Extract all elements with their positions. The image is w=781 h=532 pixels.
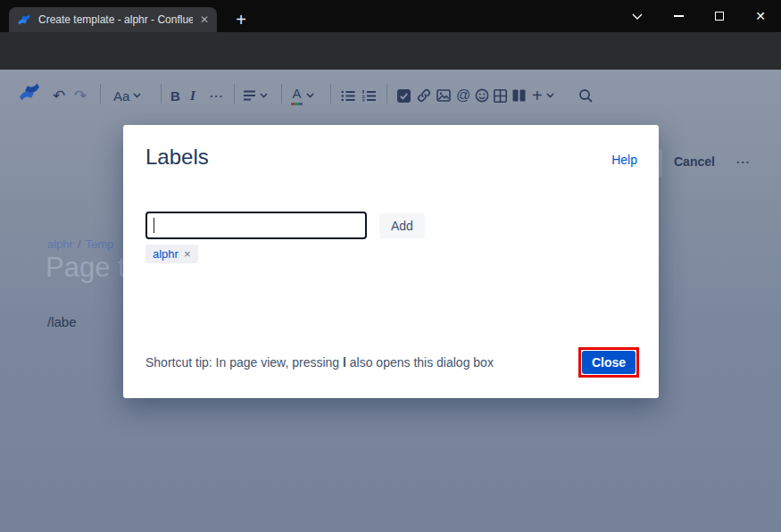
toolbar-divider xyxy=(161,84,162,104)
text-color-dropdown[interactable]: A xyxy=(291,85,314,106)
shortcut-tip: Shortcut tip: In page view, pressing l a… xyxy=(145,355,494,370)
numbered-list-icon[interactable] xyxy=(361,85,376,106)
label-chip-text[interactable]: alphr xyxy=(153,247,179,261)
breadcrumb-templates-link[interactable]: Temp xyxy=(86,237,114,251)
tab-strip: Create template - alphr - Conflue ✕ + ✕ xyxy=(0,0,781,32)
search-icon[interactable] xyxy=(578,85,594,106)
confluence-logo-icon[interactable] xyxy=(18,81,41,103)
page-title-placeholder[interactable]: Page ti xyxy=(46,252,132,284)
toolbar-divider xyxy=(386,84,387,104)
toolbar-divider xyxy=(281,84,282,104)
dialog-title: Labels xyxy=(145,145,209,170)
tab-close-icon[interactable]: ✕ xyxy=(200,14,209,25)
task-checkbox-icon[interactable] xyxy=(397,85,411,106)
close-button-highlight: Close xyxy=(578,347,639,378)
editor-body-text[interactable]: /labe xyxy=(47,314,77,329)
chevron-down-icon xyxy=(133,93,141,98)
bold-button[interactable]: B xyxy=(170,85,180,106)
bullet-list-icon[interactable] xyxy=(341,85,355,106)
italic-button[interactable]: I xyxy=(190,85,195,106)
tab-title: Create template - alphr - Conflue xyxy=(38,13,193,26)
window-minimize-button[interactable] xyxy=(663,0,694,32)
address-bar: ← → ↻ .atlassian.net /wiki/spaces/ALPHR/… xyxy=(0,32,781,70)
breadcrumb-space-link[interactable]: alphr xyxy=(47,237,73,251)
emoji-icon[interactable] xyxy=(475,85,489,106)
undo-icon[interactable]: ↶ xyxy=(53,85,65,106)
label-chip: alphr × xyxy=(145,245,198,263)
label-input[interactable] xyxy=(145,212,367,239)
mention-icon[interactable]: @ xyxy=(456,85,470,106)
add-label-button[interactable]: Add xyxy=(379,213,425,238)
browser-window: Create template - alphr - Conflue ✕ + ✕ … xyxy=(0,0,781,532)
window-close-button[interactable]: ✕ xyxy=(745,0,776,32)
toolbar-divider xyxy=(234,84,235,104)
window-chevron-icon[interactable] xyxy=(622,0,652,32)
window-maximize-button[interactable] xyxy=(704,0,735,32)
text-cursor xyxy=(154,218,154,233)
link-icon[interactable] xyxy=(417,85,431,106)
chevron-down-icon xyxy=(546,93,554,98)
breadcrumb-separator: / xyxy=(78,237,81,251)
table-icon[interactable] xyxy=(494,85,507,106)
more-actions-icon[interactable]: ⋯ xyxy=(735,154,750,170)
insert-plus-dropdown[interactable]: + xyxy=(532,85,554,106)
image-icon[interactable] xyxy=(436,85,451,106)
chevron-down-icon xyxy=(260,93,268,98)
color-swatch-bar xyxy=(291,103,303,105)
remove-label-icon[interactable]: × xyxy=(184,248,191,260)
chevron-down-icon xyxy=(306,93,314,98)
layouts-icon[interactable] xyxy=(512,85,526,106)
text-style-dropdown[interactable]: Aa xyxy=(113,85,141,106)
cancel-button[interactable]: Cancel xyxy=(674,154,715,169)
breadcrumb: alphr/Temp xyxy=(47,237,113,251)
more-formatting-icon[interactable]: ⋯ xyxy=(209,85,223,106)
close-button[interactable]: Close xyxy=(582,351,636,374)
toolbar-divider xyxy=(100,84,101,104)
help-link[interactable]: Help xyxy=(611,153,637,167)
new-tab-button[interactable]: + xyxy=(228,7,253,32)
labels-dialog: Labels Help Add alphr × Shortcut tip: In… xyxy=(123,125,659,398)
confluence-favicon xyxy=(17,12,31,27)
browser-tab[interactable]: Create template - alphr - Conflue ✕ xyxy=(9,7,217,32)
toolbar-divider xyxy=(330,84,331,104)
alignment-dropdown[interactable] xyxy=(243,85,268,106)
redo-icon[interactable]: ↷ xyxy=(74,85,87,106)
